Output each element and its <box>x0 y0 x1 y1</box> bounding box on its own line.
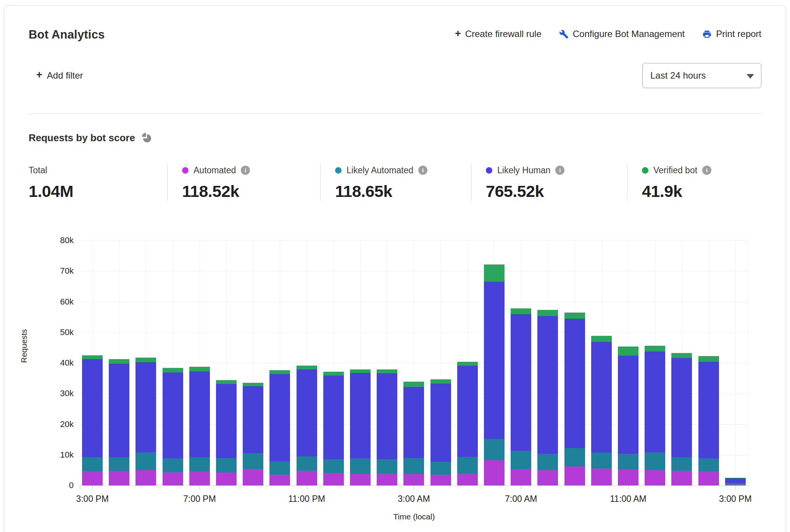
stacked-bar[interactable] <box>216 380 237 485</box>
bar-segment-likely-human[interactable] <box>457 366 478 457</box>
stacked-bar[interactable] <box>671 353 692 485</box>
bar-segment-likely-human[interactable] <box>269 374 290 461</box>
stacked-bar[interactable] <box>618 347 638 485</box>
bar-segment-verified-bot[interactable] <box>350 369 371 373</box>
info-icon[interactable]: i <box>702 166 711 175</box>
bar-segment-automated[interactable] <box>511 469 531 485</box>
bar-segment-likely-automated[interactable] <box>457 457 478 473</box>
bar-segment-likely-automated[interactable] <box>109 457 129 471</box>
bar-segment-verified-bot[interactable] <box>216 380 237 384</box>
stacked-bar[interactable] <box>323 372 344 485</box>
bar-segment-likely-automated[interactable] <box>484 439 505 460</box>
bar-segment-verified-bot[interactable] <box>189 367 210 371</box>
bar-segment-likely-automated[interactable] <box>163 458 183 472</box>
stacked-bar[interactable] <box>537 310 558 485</box>
bar-segment-likely-human[interactable] <box>671 358 692 457</box>
stacked-bar[interactable] <box>163 368 183 485</box>
stacked-bar[interactable] <box>269 370 290 486</box>
bar-segment-verified-bot[interactable] <box>457 362 478 366</box>
bar-segment-automated[interactable] <box>243 469 263 485</box>
bar-segment-automated[interactable] <box>430 474 451 485</box>
bar-segment-likely-human[interactable] <box>645 351 665 452</box>
bar-segment-automated[interactable] <box>109 471 129 485</box>
bar-segment-likely-automated[interactable] <box>645 452 665 470</box>
bar-segment-likely-human[interactable] <box>297 369 317 456</box>
stacked-bar[interactable] <box>189 367 210 485</box>
bar-segment-likely-automated[interactable] <box>189 457 210 471</box>
bar-segment-likely-human[interactable] <box>109 364 129 458</box>
bar-segment-verified-bot[interactable] <box>430 379 451 384</box>
stacked-bar[interactable] <box>243 383 263 485</box>
bar-segment-automated[interactable] <box>135 470 156 485</box>
stacked-bar[interactable] <box>350 369 371 485</box>
bar-segment-automated[interactable] <box>82 471 103 485</box>
bar-segment-verified-bot[interactable] <box>511 308 531 314</box>
stacked-bar[interactable] <box>377 369 397 485</box>
bar-segment-likely-automated[interactable] <box>323 459 344 473</box>
bar-segment-verified-bot[interactable] <box>698 356 719 362</box>
bar-segment-automated[interactable] <box>403 474 424 485</box>
bar-segment-automated[interactable] <box>564 466 585 485</box>
stacked-bar[interactable] <box>403 382 424 485</box>
bar-segment-likely-automated[interactable] <box>671 457 692 471</box>
print-report-link[interactable]: Print report <box>702 29 761 39</box>
bar-segment-likely-automated[interactable] <box>591 453 612 468</box>
bar-segment-likely-automated[interactable] <box>537 454 558 470</box>
stacked-bar[interactable] <box>484 264 505 485</box>
stacked-bar[interactable] <box>645 346 665 485</box>
stacked-bar[interactable] <box>135 358 156 485</box>
bar-segment-likely-automated[interactable] <box>564 448 585 466</box>
bar-segment-automated[interactable] <box>189 471 210 485</box>
bar-segment-likely-human[interactable] <box>591 342 612 453</box>
bar-segment-likely-human[interactable] <box>135 362 156 452</box>
bar-segment-verified-bot[interactable] <box>671 353 692 358</box>
bar-segment-likely-human[interactable] <box>350 373 371 459</box>
bar-segment-likely-automated[interactable] <box>82 457 103 471</box>
bar-segment-likely-human[interactable] <box>511 314 531 451</box>
bar-segment-verified-bot[interactable] <box>269 370 290 374</box>
bar-segment-likely-automated[interactable] <box>430 462 451 474</box>
bar-segment-verified-bot[interactable] <box>618 347 638 356</box>
bar-segment-automated[interactable] <box>537 470 558 485</box>
bar-segment-likely-human[interactable] <box>484 282 505 439</box>
bar-segment-likely-human[interactable] <box>430 384 451 462</box>
bar-segment-likely-human[interactable] <box>243 386 263 453</box>
add-filter-button[interactable]: + Add filter <box>29 66 92 86</box>
bar-segment-verified-bot[interactable] <box>82 355 103 359</box>
bar-segment-likely-automated[interactable] <box>377 459 397 474</box>
bar-segment-verified-bot[interactable] <box>645 346 665 351</box>
bar-segment-verified-bot[interactable] <box>297 366 317 369</box>
bar-segment-likely-automated[interactable] <box>269 461 290 475</box>
stacked-bar[interactable] <box>297 366 317 485</box>
bar-segment-automated[interactable] <box>377 474 397 485</box>
bar-segment-likely-human[interactable] <box>323 376 344 459</box>
configure-bot-management-link[interactable]: Configure Bot Management <box>559 29 685 39</box>
bar-segment-likely-automated[interactable] <box>243 453 263 469</box>
bar-segment-likely-human[interactable] <box>564 319 585 448</box>
stacked-bar[interactable] <box>591 336 612 485</box>
bar-segment-automated[interactable] <box>591 468 612 485</box>
bar-segment-likely-human[interactable] <box>189 371 210 458</box>
bar-segment-likely-automated[interactable] <box>297 456 317 471</box>
stacked-bar[interactable] <box>564 313 585 485</box>
time-range-select[interactable]: Last 24 hours <box>642 63 761 88</box>
bar-segment-automated[interactable] <box>269 474 290 485</box>
stacked-bar[interactable] <box>109 359 129 485</box>
bar-segment-likely-automated[interactable] <box>135 452 156 470</box>
bar-segment-verified-bot[interactable] <box>591 336 612 342</box>
info-icon[interactable]: i <box>555 166 564 175</box>
bar-segment-automated[interactable] <box>216 472 237 485</box>
info-icon[interactable]: i <box>241 166 250 175</box>
bar-segment-likely-automated[interactable] <box>216 458 237 473</box>
bar-segment-likely-automated[interactable] <box>403 458 424 474</box>
bar-segment-likely-human[interactable] <box>725 478 746 484</box>
bar-segment-automated[interactable] <box>323 473 344 485</box>
bar-segment-likely-automated[interactable] <box>618 454 638 469</box>
bar-segment-verified-bot[interactable] <box>135 358 156 362</box>
bar-segment-automated[interactable] <box>350 474 371 485</box>
bar-segment-automated[interactable] <box>645 470 665 485</box>
stacked-bar[interactable] <box>725 478 746 485</box>
bar-segment-likely-automated[interactable] <box>350 458 371 474</box>
bar-segment-automated[interactable] <box>163 472 183 485</box>
bar-segment-likely-human[interactable] <box>377 373 397 459</box>
